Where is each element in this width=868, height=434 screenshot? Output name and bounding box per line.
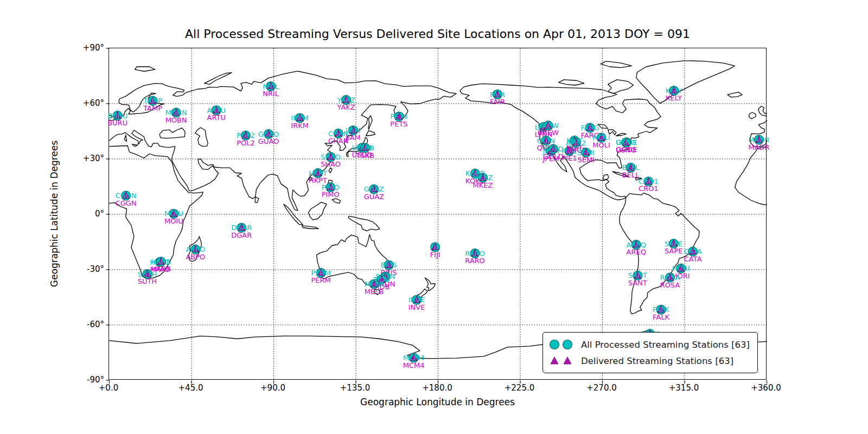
station-label-delivered: BELL bbox=[622, 171, 640, 179]
station-label-delivered: MELB bbox=[365, 288, 384, 296]
station-label-delivered: TAMP bbox=[143, 104, 162, 112]
legend-triangle-markers bbox=[548, 355, 575, 367]
station-brew: BREWBREW bbox=[538, 121, 559, 137]
y-tick-label: +90° bbox=[72, 43, 104, 53]
station-inve: INVEINVE bbox=[409, 295, 425, 311]
legend-entry-processed: All Processed Streaming Stations [63] bbox=[548, 336, 750, 353]
station-label-delivered: MCM4 bbox=[403, 361, 425, 369]
y-tick-label: +30° bbox=[72, 154, 104, 163]
coastline bbox=[758, 106, 767, 116]
coastline bbox=[368, 116, 372, 130]
coastline bbox=[195, 127, 208, 146]
world-map-svg: BURUBURUTAMPTAMPMOBNMOBNARTUARTUNRILNRIL… bbox=[109, 48, 767, 380]
x-tick-label: +180.0 bbox=[422, 383, 452, 393]
y-tick-label: -30° bbox=[72, 264, 104, 274]
station-guao: GUAOGUAO bbox=[258, 130, 279, 146]
station-label-delivered: MKEZ bbox=[473, 181, 493, 189]
x-axis-label: Geographic Longitude in Degrees bbox=[108, 397, 767, 407]
station-label-delivered: ABPO bbox=[186, 253, 205, 261]
station-artu: ARTUARTU bbox=[207, 106, 226, 122]
station-label-delivered: FALK bbox=[653, 313, 669, 321]
station-tamp: TAMPTAMP bbox=[143, 96, 162, 112]
y-tick-label: +60° bbox=[72, 98, 104, 108]
coastline bbox=[749, 112, 756, 119]
station-yakz: YAKZYAKZ bbox=[337, 95, 355, 112]
station-label-delivered: GUAO bbox=[258, 137, 279, 145]
coastline bbox=[124, 135, 126, 142]
station-label-delivered: POL2 bbox=[237, 139, 255, 147]
coastline bbox=[302, 226, 318, 228]
coastline bbox=[727, 92, 742, 97]
coastline bbox=[135, 67, 155, 72]
x-tick-label: +315.0 bbox=[669, 383, 699, 393]
legend-label-processed: All Processed Streaming Stations [63] bbox=[581, 340, 750, 350]
station-label-delivered: IRKM bbox=[291, 122, 309, 130]
station-label-delivered: INVE bbox=[409, 303, 425, 311]
station-label-delivered: GUAZ bbox=[364, 193, 384, 201]
station-label-delivered: MADR bbox=[748, 143, 769, 151]
station-label-delivered: SEMI bbox=[577, 156, 595, 164]
station-label-delivered: GOLD bbox=[543, 152, 564, 161]
station-label-delivered: KELY bbox=[666, 94, 682, 102]
station-label-delivered: SANT bbox=[628, 279, 647, 287]
station-mobn: MOBNMOBN bbox=[165, 108, 187, 124]
station-sape: SAPESAPE bbox=[665, 239, 682, 256]
station-gold: GOLDGOLD bbox=[543, 144, 564, 161]
station-nril: NRILNRIL bbox=[263, 82, 279, 98]
station-areq: AREQAREQ bbox=[627, 240, 646, 257]
coastline bbox=[309, 202, 327, 220]
station-label-delivered: DGAR bbox=[231, 231, 252, 239]
station-mkez: MKEZMKEZ bbox=[473, 173, 493, 189]
station-label-delivered: FIJI bbox=[430, 251, 441, 259]
station-label-delivered: SUTH bbox=[138, 277, 157, 285]
coastline bbox=[425, 278, 435, 291]
x-tick-label: +270.0 bbox=[586, 383, 617, 393]
legend: All Processed Streaming Stations [63] De… bbox=[542, 332, 758, 373]
station-abpo: ABPOABPO bbox=[186, 245, 205, 261]
station-label-delivered: NRIL bbox=[263, 90, 279, 98]
station-label-delivered: ROSA bbox=[660, 281, 680, 289]
coastline bbox=[159, 128, 185, 138]
station-label-delivered: PIE1 bbox=[561, 154, 577, 162]
coastline bbox=[110, 71, 457, 210]
station-label-delivered: CATA bbox=[684, 255, 702, 263]
station-label-delivered: SHAO bbox=[321, 160, 341, 168]
station-cggn: CGGNCGGN bbox=[116, 191, 137, 207]
station-label-delivered: MOIU bbox=[164, 217, 183, 225]
station-label-delivered: RARO bbox=[465, 257, 485, 265]
station-rosa: ROSAROSA bbox=[660, 273, 680, 289]
figure: All Processed Streaming Versus Delivered… bbox=[0, 0, 868, 434]
coastline bbox=[601, 61, 631, 68]
station-label-delivered: ARTU bbox=[207, 113, 226, 122]
station-usno: USNOUSNO bbox=[616, 138, 636, 154]
station-label-delivered: AREQ bbox=[627, 248, 646, 256]
station-pol2: POL2POL2 bbox=[237, 131, 255, 147]
chart-title: All Processed Streaming Versus Delivered… bbox=[108, 27, 767, 41]
coastline bbox=[559, 80, 584, 85]
coastline bbox=[349, 216, 380, 231]
x-tick-label: +225.0 bbox=[505, 383, 535, 393]
coastline bbox=[598, 124, 608, 129]
station-falk: FALKFALK bbox=[653, 305, 669, 321]
station-label-delivered: PETS bbox=[390, 120, 407, 128]
station-label-delivered: TSKB bbox=[355, 151, 374, 159]
coastline bbox=[329, 168, 332, 173]
station-mcm4: MCM4MCM4 bbox=[403, 353, 425, 369]
coastline bbox=[366, 131, 375, 136]
station-moli: MOLIMOLI bbox=[592, 133, 610, 149]
station-label-delivered: JIAM bbox=[345, 133, 361, 142]
coastline bbox=[255, 197, 259, 203]
station-sant: SANTSANT bbox=[628, 271, 647, 287]
station-label-delivered: MOBN bbox=[165, 116, 187, 124]
coastline bbox=[636, 61, 735, 104]
station-label-delivered: YAKZ bbox=[337, 103, 355, 111]
y-axis-label: Geographic Latitude in Degrees bbox=[49, 141, 60, 287]
station-dgar: DGARDGAR bbox=[231, 223, 252, 239]
coastline bbox=[205, 73, 232, 84]
station-label-delivered: FAIR bbox=[490, 98, 505, 106]
station-tskb: TSKBTSKB bbox=[355, 143, 374, 159]
station-bell: BELLBELL bbox=[622, 163, 640, 179]
station-kely: KELYKELY bbox=[666, 86, 682, 103]
station-moiu: MOIUMOIU bbox=[164, 209, 183, 225]
station-madr: MADRMADR bbox=[748, 135, 769, 151]
